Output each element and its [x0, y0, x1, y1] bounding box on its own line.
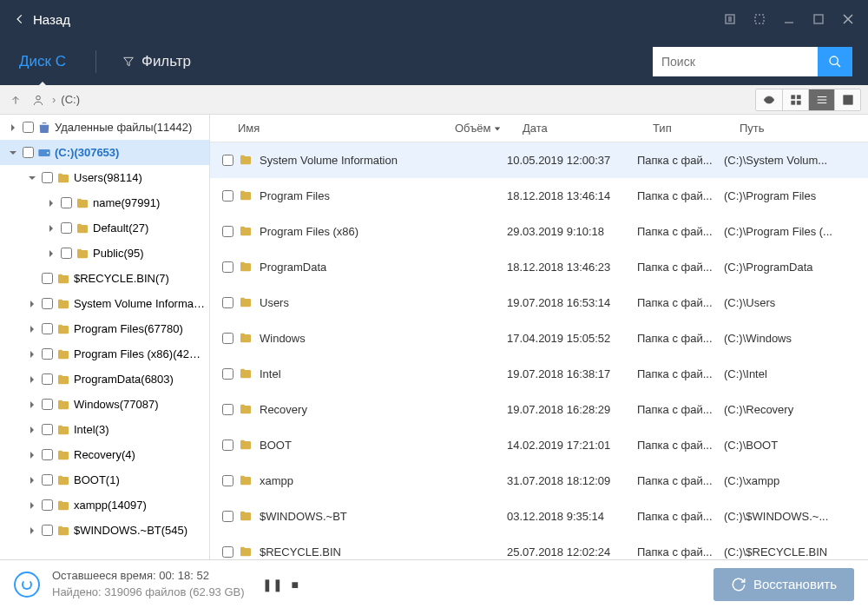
tree-checkbox[interactable]: [42, 474, 53, 486]
expand-arrow[interactable]: [26, 172, 38, 184]
window-maximize[interactable]: [806, 7, 832, 31]
file-row[interactable]: Program Files18.12.2018 13:46:14Папка с …: [210, 178, 868, 214]
tab-disk[interactable]: Диск C: [16, 48, 69, 76]
tree-checkbox[interactable]: [42, 348, 53, 360]
folder-tree[interactable]: Удаленные файлы(11442)(C:)(307653)Users(…: [0, 115, 210, 559]
row-checkbox[interactable]: [222, 439, 233, 451]
tree-item[interactable]: Users(98114): [0, 165, 209, 190]
tree-checkbox[interactable]: [42, 499, 53, 511]
file-row[interactable]: $RECYCLE.BIN25.07.2018 12:02:24Папка с ф…: [210, 534, 868, 559]
tree-item[interactable]: $WINDOWS.~BT(545): [0, 518, 209, 543]
tree-item[interactable]: Program Files(67780): [0, 316, 209, 341]
tree-item[interactable]: Public(95): [0, 241, 209, 266]
tree-item[interactable]: Удаленные файлы(11442): [0, 115, 209, 140]
tree-checkbox[interactable]: [23, 122, 34, 133]
row-checkbox[interactable]: [222, 297, 233, 308]
stop-button[interactable]: ■: [292, 578, 299, 591]
col-volume[interactable]: Объём: [450, 122, 517, 135]
tree-checkbox[interactable]: [42, 172, 53, 183]
tree-checkbox[interactable]: [42, 449, 53, 460]
expand-arrow[interactable]: [26, 399, 38, 411]
tree-checkbox[interactable]: [61, 248, 72, 259]
tree-checkbox[interactable]: [42, 525, 53, 536]
tree-item[interactable]: BOOT(1): [0, 467, 209, 492]
tree-checkbox[interactable]: [42, 323, 53, 334]
tree-checkbox[interactable]: [23, 147, 34, 158]
tree-item[interactable]: (C:)(307653): [0, 140, 209, 165]
expand-arrow[interactable]: [26, 348, 38, 360]
tree-item[interactable]: Default(27): [0, 215, 209, 241]
expand-arrow[interactable]: [26, 525, 38, 537]
user-icon-button[interactable]: [30, 91, 47, 109]
view-grid[interactable]: [782, 89, 808, 110]
file-row[interactable]: $WINDOWS.~BT03.12.2018 9:35:14Папка с фа…: [210, 499, 868, 534]
expand-arrow[interactable]: [26, 273, 38, 285]
expand-arrow[interactable]: [26, 424, 38, 436]
file-row[interactable]: Intel19.07.2018 16:38:17Папка с фай...(C…: [210, 356, 868, 392]
row-checkbox[interactable]: [222, 368, 233, 380]
file-row[interactable]: xampp31.07.2018 18:12:09Папка с фай...(C…: [210, 463, 868, 499]
file-row[interactable]: Recovery19.07.2018 16:28:29Папка с фай..…: [210, 392, 868, 427]
tree-item[interactable]: name(97991): [0, 190, 209, 215]
tree-item[interactable]: Program Files (x86)(42924): [0, 341, 209, 367]
expand-arrow[interactable]: [26, 298, 38, 310]
tree-checkbox[interactable]: [42, 298, 53, 309]
view-details[interactable]: [834, 89, 860, 110]
tree-item[interactable]: xampp(14097): [0, 492, 209, 518]
row-checkbox[interactable]: [222, 226, 233, 237]
expand-arrow[interactable]: [26, 474, 38, 486]
tree-checkbox[interactable]: [61, 197, 72, 208]
row-checkbox[interactable]: [222, 155, 233, 166]
file-row[interactable]: Program Files (x86)29.03.2019 9:10:18Пап…: [210, 214, 868, 249]
recover-button[interactable]: Восстановить: [713, 568, 854, 601]
row-checkbox[interactable]: [222, 261, 233, 273]
tree-item[interactable]: $RECYCLE.BIN(7): [0, 266, 209, 291]
tree-item[interactable]: ProgramData(6803): [0, 367, 209, 392]
tree-checkbox[interactable]: [42, 373, 53, 385]
tree-item[interactable]: Intel(3): [0, 417, 209, 442]
file-row[interactable]: System Volume Information10.05.2019 12:0…: [210, 142, 868, 178]
expand-arrow[interactable]: [26, 323, 38, 335]
row-checkbox[interactable]: [222, 511, 233, 522]
col-type[interactable]: Тип: [648, 122, 734, 135]
tree-item[interactable]: Windows(77087): [0, 392, 209, 417]
col-date[interactable]: Дата: [517, 122, 648, 135]
back-button[interactable]: Назад: [7, 12, 77, 27]
window-tool2[interactable]: [746, 7, 773, 31]
col-name[interactable]: Имя: [233, 122, 450, 135]
search-button[interactable]: [818, 47, 852, 76]
expand-arrow[interactable]: [7, 147, 19, 159]
up-button[interactable]: [7, 91, 24, 109]
expand-arrow[interactable]: [26, 449, 38, 461]
expand-arrow[interactable]: [45, 248, 57, 260]
view-list[interactable]: [808, 89, 834, 110]
window-minimize[interactable]: [776, 7, 802, 31]
file-row[interactable]: Windows17.04.2019 15:05:52Папка с фай...…: [210, 321, 868, 356]
toggle-preview[interactable]: [756, 89, 782, 110]
file-row[interactable]: Users19.07.2018 16:53:14Папка с фай...(C…: [210, 285, 868, 321]
expand-arrow[interactable]: [45, 222, 57, 235]
tree-checkbox[interactable]: [42, 424, 53, 435]
expand-arrow[interactable]: [45, 197, 57, 209]
expand-arrow[interactable]: [26, 373, 38, 386]
tree-checkbox[interactable]: [42, 399, 53, 410]
tree-item[interactable]: Recovery(4): [0, 442, 209, 467]
expand-arrow[interactable]: [26, 499, 38, 512]
row-checkbox[interactable]: [222, 475, 233, 486]
row-checkbox[interactable]: [222, 546, 233, 558]
window-tool1[interactable]: [717, 7, 743, 31]
expand-arrow[interactable]: [7, 122, 19, 134]
tree-checkbox[interactable]: [61, 222, 72, 234]
window-close[interactable]: [835, 7, 861, 31]
row-checkbox[interactable]: [222, 333, 233, 344]
tree-checkbox[interactable]: [42, 273, 53, 284]
tree-item[interactable]: System Volume Information(6): [0, 291, 209, 316]
col-path[interactable]: Путь: [734, 122, 868, 135]
file-row[interactable]: BOOT14.02.2019 17:21:01Папка с фай...(C:…: [210, 427, 868, 463]
search-input[interactable]: [653, 47, 818, 76]
row-checkbox[interactable]: [222, 190, 233, 202]
pause-button[interactable]: ❚❚: [262, 578, 283, 591]
file-row[interactable]: ProgramData18.12.2018 13:46:23Папка с фа…: [210, 249, 868, 285]
filter-button[interactable]: Фильтр: [122, 53, 191, 70]
row-checkbox[interactable]: [222, 404, 233, 415]
